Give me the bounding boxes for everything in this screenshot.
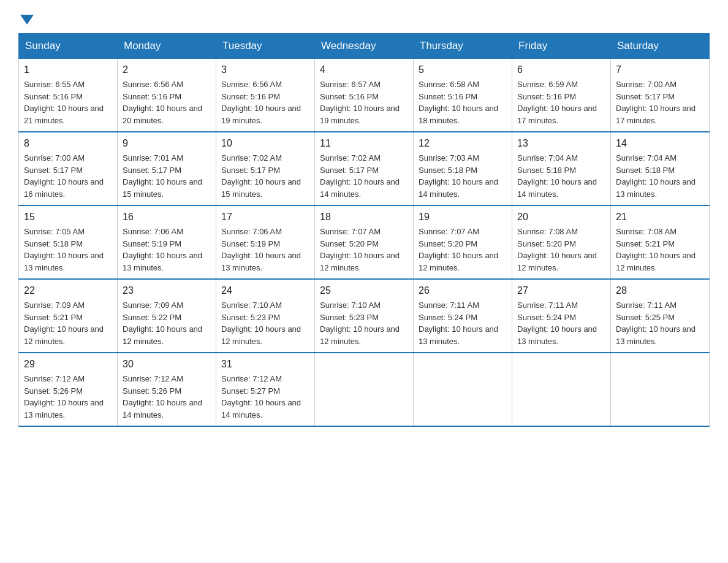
day-info: Sunrise: 7:00 AMSunset: 5:17 PMDaylight:… (24, 153, 104, 199)
day-number: 3 (221, 63, 309, 77)
calendar-week-row: 29 Sunrise: 7:12 AMSunset: 5:26 PMDaylig… (19, 353, 710, 426)
calendar-cell: 8 Sunrise: 7:00 AMSunset: 5:17 PMDayligh… (19, 132, 118, 205)
day-number: 7 (616, 63, 704, 77)
calendar-week-row: 1 Sunrise: 6:55 AMSunset: 5:16 PMDayligh… (19, 59, 710, 132)
calendar-cell: 22 Sunrise: 7:09 AMSunset: 5:21 PMDaylig… (19, 279, 118, 353)
calendar-cell: 16 Sunrise: 7:06 AMSunset: 5:19 PMDaylig… (118, 205, 216, 279)
day-number: 13 (517, 136, 605, 151)
day-info: Sunrise: 7:07 AMSunset: 5:20 PMDaylight:… (320, 227, 400, 272)
calendar-header-thursday: Thursday (414, 34, 512, 59)
day-info: Sunrise: 7:11 AMSunset: 5:24 PMDaylight:… (419, 301, 498, 346)
day-number: 28 (616, 283, 704, 298)
day-number: 5 (419, 63, 507, 77)
day-number: 10 (221, 136, 309, 151)
logo (18, 12, 34, 27)
day-number: 26 (419, 283, 507, 298)
calendar-cell: 28 Sunrise: 7:11 AMSunset: 5:25 PMDaylig… (611, 279, 710, 353)
calendar-cell: 27 Sunrise: 7:11 AMSunset: 5:24 PMDaylig… (512, 279, 611, 353)
calendar-cell: 19 Sunrise: 7:07 AMSunset: 5:20 PMDaylig… (414, 205, 512, 279)
day-info: Sunrise: 7:04 AMSunset: 5:18 PMDaylight:… (517, 153, 597, 199)
day-number: 1 (24, 63, 112, 77)
day-number: 14 (616, 136, 704, 151)
calendar-cell: 30 Sunrise: 7:12 AMSunset: 5:26 PMDaylig… (118, 353, 216, 426)
day-number: 23 (123, 283, 211, 298)
calendar-table: SundayMondayTuesdayWednesdayThursdayFrid… (18, 33, 710, 427)
day-number: 9 (123, 136, 211, 151)
day-number: 12 (419, 136, 507, 151)
calendar-header-saturday: Saturday (611, 34, 710, 59)
calendar-cell: 26 Sunrise: 7:11 AMSunset: 5:24 PMDaylig… (414, 279, 512, 353)
calendar-cell: 18 Sunrise: 7:07 AMSunset: 5:20 PMDaylig… (315, 205, 414, 279)
calendar-cell: 15 Sunrise: 7:05 AMSunset: 5:18 PMDaylig… (19, 205, 118, 279)
day-info: Sunrise: 6:56 AMSunset: 5:16 PMDaylight:… (221, 80, 301, 125)
day-info: Sunrise: 7:00 AMSunset: 5:17 PMDaylight:… (616, 80, 696, 125)
calendar-header-friday: Friday (512, 34, 611, 59)
day-info: Sunrise: 7:12 AMSunset: 5:26 PMDaylight:… (24, 374, 104, 419)
day-number: 17 (221, 210, 309, 224)
day-info: Sunrise: 6:56 AMSunset: 5:16 PMDaylight:… (123, 80, 202, 125)
calendar-cell: 5 Sunrise: 6:58 AMSunset: 5:16 PMDayligh… (414, 59, 512, 132)
calendar-header-monday: Monday (118, 34, 216, 59)
day-info: Sunrise: 6:57 AMSunset: 5:16 PMDaylight:… (320, 80, 400, 125)
day-number: 22 (24, 283, 112, 298)
calendar-cell: 17 Sunrise: 7:06 AMSunset: 5:19 PMDaylig… (216, 205, 315, 279)
day-info: Sunrise: 7:02 AMSunset: 5:17 PMDaylight:… (221, 153, 301, 199)
calendar-cell (414, 353, 512, 426)
day-number: 19 (419, 210, 507, 224)
calendar-week-row: 15 Sunrise: 7:05 AMSunset: 5:18 PMDaylig… (19, 205, 710, 279)
day-info: Sunrise: 7:12 AMSunset: 5:27 PMDaylight:… (221, 374, 301, 419)
day-number: 27 (517, 283, 605, 298)
day-number: 6 (517, 63, 605, 77)
calendar-cell: 10 Sunrise: 7:02 AMSunset: 5:17 PMDaylig… (216, 132, 315, 205)
day-number: 20 (517, 210, 605, 224)
calendar-cell: 24 Sunrise: 7:10 AMSunset: 5:23 PMDaylig… (216, 279, 315, 353)
page-header (18, 12, 710, 27)
day-info: Sunrise: 7:04 AMSunset: 5:18 PMDaylight:… (616, 153, 696, 199)
day-info: Sunrise: 7:10 AMSunset: 5:23 PMDaylight:… (221, 301, 301, 346)
day-info: Sunrise: 6:55 AMSunset: 5:16 PMDaylight:… (24, 80, 104, 125)
calendar-cell: 6 Sunrise: 6:59 AMSunset: 5:16 PMDayligh… (512, 59, 611, 132)
calendar-cell: 23 Sunrise: 7:09 AMSunset: 5:22 PMDaylig… (118, 279, 216, 353)
calendar-cell: 20 Sunrise: 7:08 AMSunset: 5:20 PMDaylig… (512, 205, 611, 279)
calendar-cell: 1 Sunrise: 6:55 AMSunset: 5:16 PMDayligh… (19, 59, 118, 132)
day-number: 29 (24, 357, 112, 372)
day-info: Sunrise: 6:58 AMSunset: 5:16 PMDaylight:… (419, 80, 498, 125)
day-number: 21 (616, 210, 704, 224)
calendar-cell: 9 Sunrise: 7:01 AMSunset: 5:17 PMDayligh… (118, 132, 216, 205)
day-number: 25 (320, 283, 408, 298)
day-number: 8 (24, 136, 112, 151)
day-number: 30 (123, 357, 211, 372)
calendar-week-row: 8 Sunrise: 7:00 AMSunset: 5:17 PMDayligh… (19, 132, 710, 205)
calendar-cell: 4 Sunrise: 6:57 AMSunset: 5:16 PMDayligh… (315, 59, 414, 132)
calendar-cell: 13 Sunrise: 7:04 AMSunset: 5:18 PMDaylig… (512, 132, 611, 205)
calendar-header-sunday: Sunday (19, 34, 118, 59)
day-info: Sunrise: 7:08 AMSunset: 5:20 PMDaylight:… (517, 227, 597, 272)
day-info: Sunrise: 7:03 AMSunset: 5:18 PMDaylight:… (419, 153, 498, 199)
day-info: Sunrise: 7:02 AMSunset: 5:17 PMDaylight:… (320, 153, 400, 199)
day-number: 11 (320, 136, 408, 151)
calendar-cell: 2 Sunrise: 6:56 AMSunset: 5:16 PMDayligh… (118, 59, 216, 132)
day-info: Sunrise: 6:59 AMSunset: 5:16 PMDaylight:… (517, 80, 597, 125)
day-info: Sunrise: 7:01 AMSunset: 5:17 PMDaylight:… (123, 153, 202, 199)
day-number: 16 (123, 210, 211, 224)
day-number: 4 (320, 63, 408, 77)
day-info: Sunrise: 7:12 AMSunset: 5:26 PMDaylight:… (123, 374, 202, 419)
calendar-cell (315, 353, 414, 426)
calendar-cell (611, 353, 710, 426)
day-info: Sunrise: 7:09 AMSunset: 5:21 PMDaylight:… (24, 301, 104, 346)
calendar-cell: 31 Sunrise: 7:12 AMSunset: 5:27 PMDaylig… (216, 353, 315, 426)
day-number: 24 (221, 283, 309, 298)
day-info: Sunrise: 7:07 AMSunset: 5:20 PMDaylight:… (419, 227, 498, 272)
calendar-cell: 21 Sunrise: 7:08 AMSunset: 5:21 PMDaylig… (611, 205, 710, 279)
calendar-week-row: 22 Sunrise: 7:09 AMSunset: 5:21 PMDaylig… (19, 279, 710, 353)
day-number: 15 (24, 210, 112, 224)
day-info: Sunrise: 7:11 AMSunset: 5:25 PMDaylight:… (616, 301, 696, 346)
calendar-header-wednesday: Wednesday (315, 34, 414, 59)
calendar-cell: 11 Sunrise: 7:02 AMSunset: 5:17 PMDaylig… (315, 132, 414, 205)
calendar-header-tuesday: Tuesday (216, 34, 315, 59)
svg-marker-0 (20, 15, 34, 25)
day-info: Sunrise: 7:08 AMSunset: 5:21 PMDaylight:… (616, 227, 696, 272)
calendar-cell: 25 Sunrise: 7:10 AMSunset: 5:23 PMDaylig… (315, 279, 414, 353)
day-info: Sunrise: 7:06 AMSunset: 5:19 PMDaylight:… (123, 227, 202, 272)
calendar-cell: 7 Sunrise: 7:00 AMSunset: 5:17 PMDayligh… (611, 59, 710, 132)
